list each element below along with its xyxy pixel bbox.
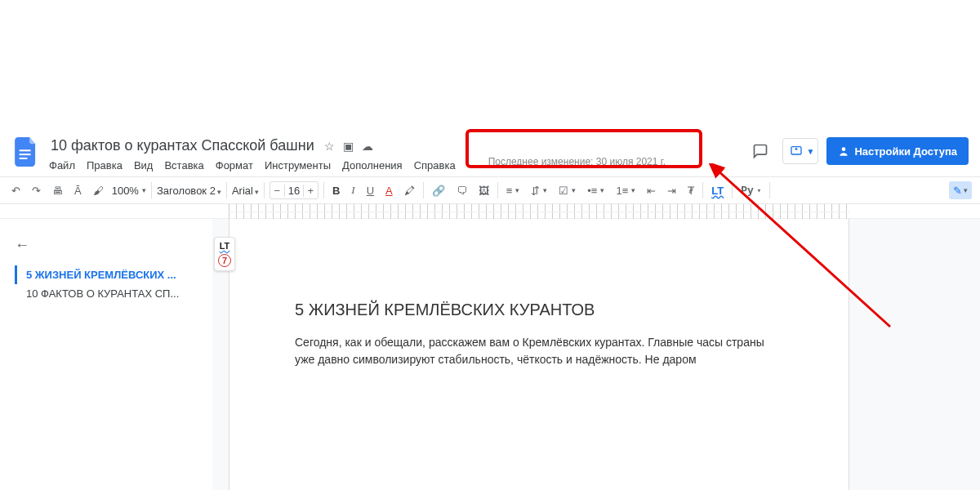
languagetool-widget[interactable]: LT 7	[214, 237, 235, 271]
outline-collapse-icon[interactable]: ←	[15, 237, 199, 254]
annotation-arrow-icon	[702, 163, 915, 351]
zoom-select[interactable]: 100%	[112, 185, 146, 197]
share-button[interactable]: Настройки Доступа	[826, 137, 969, 165]
highlight-button[interactable]: 🖍	[401, 181, 418, 200]
menu-edit[interactable]: Правка	[87, 159, 122, 172]
menu-insert[interactable]: Вставка	[164, 159, 203, 172]
title-block: 10 фактов о курантах Спасской башни ☆ ▣ …	[47, 136, 457, 172]
svg-point-4	[842, 147, 846, 151]
italic-button[interactable]: I	[348, 180, 358, 200]
outdent-button[interactable]: ⇤	[644, 181, 659, 200]
annotation-box	[466, 129, 702, 168]
fontsize-value[interactable]: 16	[285, 185, 303, 197]
undo-button[interactable]: ↶	[8, 181, 24, 200]
header-right: ▼ Настройки Доступа	[746, 137, 969, 165]
fontsize-minus[interactable]: −	[270, 185, 285, 197]
share-label: Настройки Доступа	[854, 145, 957, 158]
svg-rect-0	[20, 149, 31, 151]
print-button[interactable]: 🖶	[49, 181, 66, 200]
checklist-button[interactable]: ☑	[555, 181, 579, 200]
outline-item-1[interactable]: 10 ФАКТОВ О КУРАНТАХ СП...	[15, 284, 199, 303]
fontsize-plus[interactable]: +	[303, 185, 318, 197]
lt-error-count[interactable]: 7	[218, 254, 231, 267]
blank-top	[0, 0, 980, 131]
star-icon[interactable]: ☆	[324, 140, 335, 153]
comments-icon[interactable]	[746, 137, 774, 165]
svg-line-5	[717, 170, 890, 327]
menu-bar: Файл Правка Вид Вставка Формат Инструмен…	[47, 156, 457, 172]
align-button[interactable]: ≡	[503, 181, 523, 200]
editing-mode-button[interactable]: ✎	[949, 181, 972, 199]
spellcheck-button[interactable]: Ā	[71, 181, 85, 200]
redo-button[interactable]: ↷	[29, 181, 44, 200]
menu-file[interactable]: Файл	[49, 159, 75, 172]
insert-image-button[interactable]: 🖼	[475, 181, 492, 200]
menu-help[interactable]: Справка	[414, 159, 456, 172]
bold-button[interactable]: B	[329, 181, 343, 200]
line-spacing-button[interactable]: ⇵	[528, 181, 550, 200]
style-select[interactable]: Заголовок 2	[157, 185, 221, 197]
cloud-saved-icon: ☁	[362, 140, 373, 153]
lt-logo-icon: LT	[216, 241, 233, 251]
svg-rect-2	[20, 158, 28, 159]
outline-item-0[interactable]: 5 ЖИЗНЕЙ КРЕМЛЁВСКИХ ...	[15, 265, 199, 284]
bulleted-list-button[interactable]: •≡	[584, 181, 608, 200]
indent-button[interactable]: ⇥	[664, 181, 679, 200]
chevron-down-icon: ▼	[806, 147, 814, 156]
outline-panel: ← 5 ЖИЗНЕЙ КРЕМЛЁВСКИХ ... 10 ФАКТОВ О К…	[0, 219, 212, 490]
insert-link-button[interactable]: 🔗	[429, 181, 448, 200]
add-comment-button[interactable]: 🗨	[453, 181, 470, 200]
move-icon[interactable]: ▣	[343, 140, 354, 153]
docs-logo[interactable]	[11, 137, 41, 167]
underline-button[interactable]: U	[363, 181, 377, 200]
menu-tools[interactable]: Инструменты	[265, 159, 331, 172]
svg-rect-1	[20, 154, 31, 155]
present-button[interactable]: ▼	[782, 138, 818, 164]
menu-view[interactable]: Вид	[134, 159, 154, 172]
menu-addons[interactable]: Дополнения	[342, 159, 403, 172]
font-size-stepper[interactable]: − 16 +	[270, 181, 318, 199]
text-color-button[interactable]: A	[382, 181, 396, 200]
numbered-list-button[interactable]: 1≡	[612, 181, 639, 200]
font-select[interactable]: Arial	[232, 185, 259, 197]
paint-format-button[interactable]: 🖌	[90, 181, 107, 200]
menu-format[interactable]: Формат	[216, 159, 253, 172]
clear-format-button[interactable]: ₮	[684, 181, 697, 200]
document-title[interactable]: 10 фактов о курантах Спасской башни	[47, 136, 318, 156]
